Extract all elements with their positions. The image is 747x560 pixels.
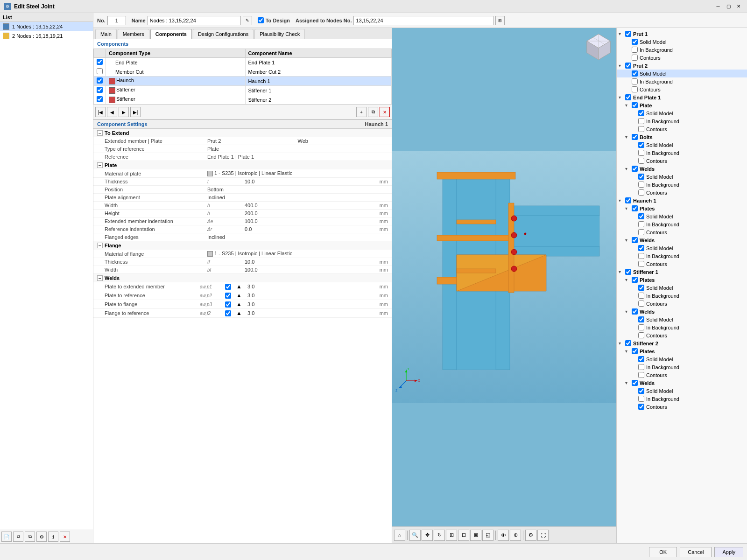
table-row[interactable]: Stiffener Stiffener 2 xyxy=(94,95,392,105)
tree-check[interactable] xyxy=(638,316,644,322)
tree-item[interactable]: Contours xyxy=(617,260,747,268)
comp-add-button[interactable]: + xyxy=(356,107,366,117)
apply-button[interactable]: Apply xyxy=(714,547,743,557)
tree-check[interactable] xyxy=(632,39,638,45)
tree-item[interactable]: Contours xyxy=(617,371,747,379)
window-controls[interactable]: ─ ▢ ✕ xyxy=(713,2,743,11)
tree-item[interactable]: Contours xyxy=(617,85,747,93)
vp-fullscreen-button[interactable]: ⛶ xyxy=(537,530,549,541)
tree-check[interactable] xyxy=(638,213,644,219)
list-item[interactable]: 1 Nodes : 13,15,22,24 xyxy=(0,22,93,31)
tree-check[interactable] xyxy=(638,364,644,370)
close-button[interactable]: ✕ xyxy=(734,2,743,11)
tree-item[interactable]: Solid Model xyxy=(617,141,747,149)
tab-components[interactable]: Components xyxy=(150,29,192,39)
minimize-button[interactable]: ─ xyxy=(713,2,723,11)
vp-side-button[interactable]: ⊟ xyxy=(458,530,469,541)
cube-widget[interactable] xyxy=(585,32,613,60)
weld-3-check[interactable] xyxy=(225,301,231,308)
tree-check[interactable] xyxy=(638,301,644,307)
tree-item[interactable]: Solid Model xyxy=(617,355,747,363)
name-input[interactable] xyxy=(148,16,241,25)
tree-check[interactable] xyxy=(638,396,644,402)
tree-check[interactable] xyxy=(638,253,644,259)
group-plate-header[interactable]: − Plate xyxy=(93,161,392,169)
tree-check[interactable] xyxy=(638,150,644,156)
copy2-button[interactable]: ⧉ xyxy=(25,532,35,542)
table-row[interactable]: Member Cut Member Cut 2 xyxy=(94,67,392,77)
tree-item[interactable]: Contours xyxy=(617,54,747,62)
vp-select-button[interactable]: ⊕ xyxy=(510,530,521,541)
table-row[interactable]: End Plate End Plate 1 xyxy=(94,58,392,67)
row-check[interactable] xyxy=(97,77,103,84)
vp-pan-button[interactable]: ✥ xyxy=(422,530,433,541)
group-to-extend-header[interactable]: − To Extend xyxy=(93,129,392,137)
nav-prev-button[interactable]: ◀ xyxy=(107,107,117,117)
tree-check[interactable] xyxy=(625,340,631,346)
nav-first-button[interactable]: |◀ xyxy=(95,107,106,117)
row-check[interactable] xyxy=(97,96,103,102)
tree-check[interactable] xyxy=(638,118,644,124)
nav-last-button[interactable]: ▶| xyxy=(130,107,141,117)
tree-check[interactable] xyxy=(632,70,638,77)
tree-item[interactable]: Contours xyxy=(617,125,747,133)
tree-item[interactable]: Contours xyxy=(617,189,747,196)
weld-1-check[interactable] xyxy=(225,284,231,290)
tree-check[interactable] xyxy=(638,388,644,394)
tree-check[interactable] xyxy=(638,142,644,148)
no-input[interactable] xyxy=(107,16,126,25)
vp-top-button[interactable]: ⊠ xyxy=(470,530,481,541)
table-row[interactable]: Stiffener Stiffener 1 xyxy=(94,86,392,95)
tree-check[interactable] xyxy=(632,78,638,84)
tree-check[interactable] xyxy=(638,356,644,362)
tree-check[interactable] xyxy=(625,31,631,37)
tree-check[interactable] xyxy=(638,182,644,188)
name-edit-button[interactable]: ✎ xyxy=(243,16,252,25)
tree-item[interactable]: Solid Model xyxy=(617,70,747,77)
tree-item[interactable]: Contours xyxy=(617,157,747,165)
tree-check[interactable] xyxy=(638,126,644,132)
tree-item[interactable]: Contours xyxy=(617,300,747,308)
row-check[interactable] xyxy=(97,59,103,65)
delete-list-button[interactable]: ✕ xyxy=(60,532,70,542)
tree-check[interactable] xyxy=(638,158,644,164)
tree-item[interactable]: In Background xyxy=(617,46,747,54)
tree-item[interactable]: Solid Model xyxy=(617,244,747,252)
tree-check[interactable] xyxy=(632,47,638,53)
tree-check[interactable] xyxy=(632,205,638,211)
tree-check[interactable] xyxy=(638,189,644,196)
tree-check[interactable] xyxy=(638,285,644,291)
tree-item[interactable]: ▾Prut 2 xyxy=(617,62,747,70)
tree-check[interactable] xyxy=(638,229,644,235)
tree-check[interactable] xyxy=(632,86,638,92)
tree-item[interactable]: In Background xyxy=(617,220,747,228)
viewport[interactable]: Y X Z xyxy=(392,28,616,543)
tree-check[interactable] xyxy=(625,197,631,203)
tree-item[interactable]: In Background xyxy=(617,77,747,85)
tree-item[interactable]: In Background xyxy=(617,323,747,331)
tree-item[interactable]: In Background xyxy=(617,363,747,371)
tree-check[interactable] xyxy=(638,245,644,251)
tree-item[interactable]: Solid Model xyxy=(617,212,747,220)
tree-item[interactable]: Solid Model xyxy=(617,173,747,181)
table-row[interactable]: Haunch Haunch 1 xyxy=(94,77,392,86)
tree-check[interactable] xyxy=(632,237,638,243)
tree-item[interactable]: Contours xyxy=(617,403,747,411)
tree-check[interactable] xyxy=(625,63,631,69)
tree-item[interactable]: ▾Bolts xyxy=(617,133,747,141)
tree-check[interactable] xyxy=(638,261,644,267)
tree-check[interactable] xyxy=(625,269,631,275)
cancel-button[interactable]: Cancel xyxy=(680,547,712,557)
tab-design-config[interactable]: Design Configurations xyxy=(193,29,254,39)
info-button[interactable]: ℹ xyxy=(48,532,58,542)
tree-check[interactable] xyxy=(638,332,644,338)
to-design-check[interactable] xyxy=(258,17,264,23)
tree-item[interactable]: ▾Prut 1 xyxy=(617,30,747,38)
tree-item[interactable]: ▾Stiffener 1 xyxy=(617,268,747,276)
tree-item[interactable]: Solid Model xyxy=(617,109,747,117)
tree-check[interactable] xyxy=(625,94,631,100)
tree-check[interactable] xyxy=(632,308,638,315)
settings-button[interactable]: ⚙ xyxy=(36,532,47,542)
tree-check[interactable] xyxy=(638,324,644,330)
comp-copy-button[interactable]: ⧉ xyxy=(368,107,378,117)
